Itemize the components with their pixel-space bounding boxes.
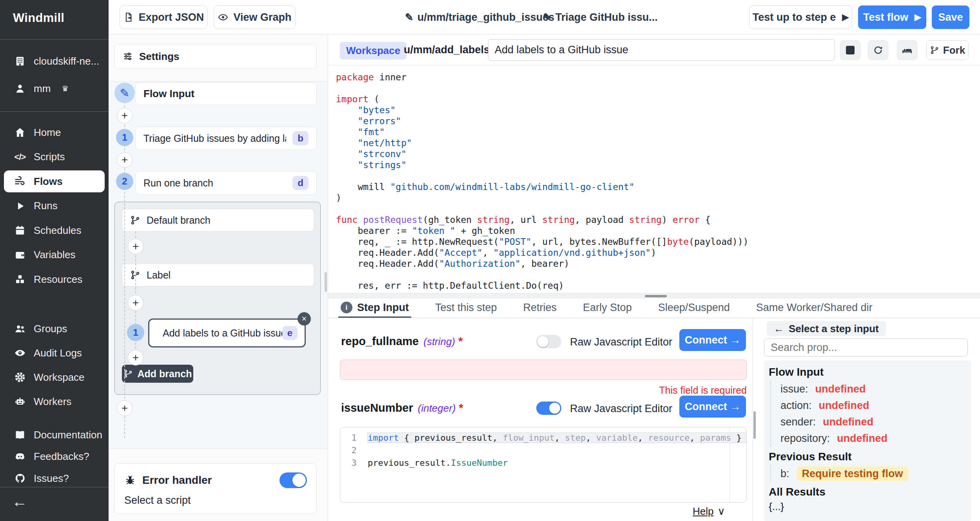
flow-input-pencil-icon[interactable]: ✎: [114, 83, 135, 103]
breadcrumb-flow-title[interactable]: ✎ Triage GitHub issu...: [543, 0, 658, 34]
workspace-name: cloudskiff-ne...: [34, 55, 99, 67]
sidebar-item-runs[interactable]: Runs: [0, 195, 109, 217]
breadcrumb-flow-path[interactable]: ✎ u/mm/triage_github_issues: [405, 0, 554, 34]
export-json-button[interactable]: Export JSON: [120, 5, 207, 29]
tab-test-this-step[interactable]: Test this step: [433, 298, 499, 318]
panel-resize-bar[interactable]: [328, 293, 980, 298]
flow-panel-scrollbar[interactable]: [325, 272, 327, 292]
divider: [0, 487, 109, 487]
js-editor-line[interactable]: 3previous_result.IssueNumber: [340, 456, 746, 469]
all-results-value[interactable]: {...}: [767, 501, 969, 513]
sidebar-item-home[interactable]: Home: [0, 121, 109, 143]
building-icon: [14, 55, 26, 67]
code-line: req, _ := http.NewRequest("POST", url, b…: [336, 236, 980, 247]
divider: [109, 449, 328, 449]
resources-icon: [14, 273, 26, 285]
raw-js-toggle[interactable]: [536, 402, 561, 415]
robot-icon: [14, 396, 26, 407]
save-button[interactable]: Save: [932, 5, 969, 29]
sidebar-item-workspace[interactable]: Workspace: [0, 366, 109, 388]
result-entry[interactable]: action:undefined: [780, 397, 969, 414]
step-number: 2: [116, 173, 133, 190]
view-graph-button[interactable]: View Graph: [214, 5, 296, 29]
default-branch-node[interactable]: Default branch: [122, 209, 314, 232]
branch-label-node[interactable]: Label: [122, 264, 314, 286]
sleep-button[interactable]: [897, 40, 917, 60]
tab-sleep-suspend[interactable]: Sleep/Suspend: [656, 298, 732, 318]
add-step-button[interactable]: +: [117, 152, 132, 168]
add-step-button[interactable]: +: [117, 108, 132, 123]
repo-fullname-input[interactable]: [340, 360, 747, 380]
previous-result-entries: b:Require testing flow: [770, 465, 969, 482]
sidebar-item-label: Audit Logs: [34, 347, 82, 359]
sidebar-item-documentation[interactable]: Documentation: [0, 424, 109, 446]
add-step-button[interactable]: +: [128, 239, 143, 254]
flow-input-entries: issue:undefinedaction:undefinedsender:un…: [770, 381, 969, 447]
github-icon: [14, 472, 26, 484]
add-step-button[interactable]: +: [128, 350, 143, 365]
fork-button[interactable]: Fork: [926, 40, 969, 60]
tab-same-worker-shared-dir[interactable]: Same Worker/Shared dir: [754, 298, 875, 318]
test-up-to-step-button[interactable]: Test up to step e ▶: [749, 5, 852, 29]
selected-step-node[interactable]: Add labels to a GitHub issue e: [148, 318, 306, 347]
sidebar-item-schedules[interactable]: Schedules: [0, 219, 109, 241]
chevron-down-icon: ∨: [717, 505, 725, 517]
sidebar-item-audit-logs[interactable]: Audit Logs: [0, 342, 109, 364]
code-editor[interactable]: package innerimport ( "bytes" "errors" "…: [328, 65, 980, 293]
user-menu[interactable]: mm ♛: [0, 78, 109, 99]
stop-button[interactable]: [840, 40, 860, 60]
result-entry[interactable]: issue:undefined: [780, 381, 969, 397]
tab-early-stop[interactable]: Early Stop: [581, 298, 634, 318]
script-path[interactable]: u/mm/add_labels: [404, 34, 490, 65]
flow-step-node[interactable]: Run one branch d: [135, 171, 317, 195]
connect-button[interactable]: Connect →: [679, 329, 746, 351]
bug-icon: [124, 474, 136, 486]
select-step-input-button[interactable]: ← Select a step input: [767, 321, 886, 336]
flow-input-node[interactable]: Flow Input: [135, 82, 317, 105]
error-handler-toggle[interactable]: [279, 472, 307, 488]
results-panel-scrollbar[interactable]: [753, 411, 756, 439]
export-icon: [123, 12, 134, 23]
collapse-sidebar-button[interactable]: ←: [12, 493, 27, 510]
sidebar-item-issues[interactable]: Issues?: [0, 467, 109, 489]
sidebar-item-groups[interactable]: Groups: [0, 318, 109, 340]
js-expression-editor[interactable]: 1import { previous_result, flow_input, s…: [340, 427, 747, 503]
raw-js-toggle[interactable]: [536, 335, 561, 348]
sidebar-item-variables[interactable]: Variables: [0, 244, 109, 266]
sidebar-item-label: Schedules: [34, 224, 81, 237]
flow-step-node[interactable]: Triage GitHub issues by adding labels ..…: [135, 127, 317, 150]
workspace-switcher[interactable]: cloudskiff-ne...: [0, 50, 109, 72]
test-flow-button[interactable]: Test flow ▶: [858, 5, 926, 29]
add-step-button[interactable]: +: [117, 400, 132, 416]
restart-button[interactable]: [868, 40, 888, 60]
connect-button[interactable]: Connect →: [679, 396, 746, 418]
search-prop-input[interactable]: [764, 338, 968, 356]
sidebar-item-scripts[interactable]: </>Scripts: [0, 146, 109, 168]
remove-step-button[interactable]: ×: [298, 312, 311, 326]
flow-settings-button[interactable]: Settings: [114, 44, 317, 69]
add-step-button[interactable]: +: [128, 295, 143, 311]
step-id-badge: d: [292, 176, 309, 190]
result-entry[interactable]: repository:undefined: [780, 430, 969, 447]
help-link[interactable]: Help ∨: [693, 505, 725, 517]
js-editor-line[interactable]: 1import { previous_result, flow_input, s…: [340, 431, 746, 444]
book-icon: [14, 429, 26, 441]
sidebar-item-label: Issues?: [34, 472, 69, 485]
sidebar-item-resources[interactable]: Resources: [0, 268, 109, 290]
pencil-icon: ✎: [543, 11, 552, 24]
sidebar-item-feedbacks[interactable]: Feedbacks?: [0, 446, 109, 468]
drag-handle[interactable]: [645, 295, 667, 297]
error-handler-card[interactable]: Error handler Select a script: [114, 463, 317, 514]
refresh-icon: [873, 45, 884, 56]
script-summary-input[interactable]: [488, 39, 835, 61]
sidebar-item-flows[interactable]: Flows: [4, 170, 105, 192]
result-entry[interactable]: sender:undefined: [780, 414, 969, 430]
variables-icon: [14, 249, 26, 261]
js-editor-line[interactable]: 2: [340, 444, 746, 456]
result-entry[interactable]: b:Require testing flow: [780, 465, 969, 482]
error-handler-script-select[interactable]: Select a script: [124, 494, 307, 507]
add-branch-button[interactable]: Add branch: [122, 365, 193, 383]
sidebar-item-workers[interactable]: Workers: [0, 391, 109, 412]
tab-retries[interactable]: Retries: [521, 298, 559, 318]
tab-step-input[interactable]: iStep Input: [338, 298, 411, 318]
